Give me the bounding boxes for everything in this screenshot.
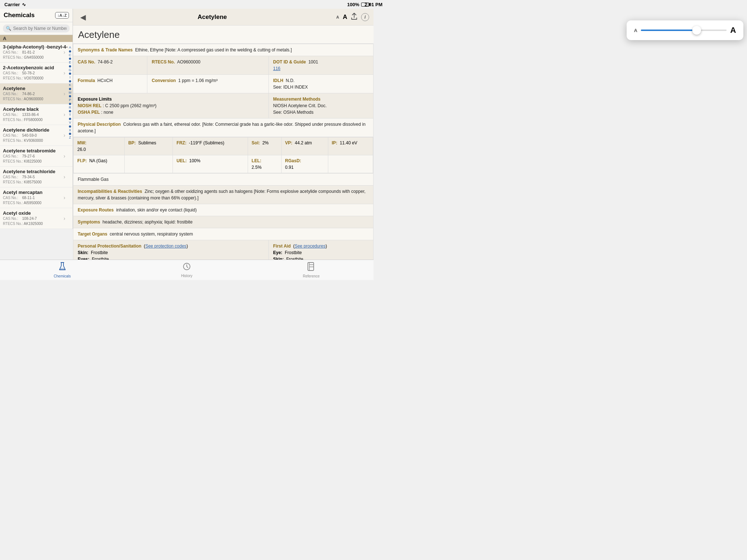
alpha-index-e[interactable]: E — [68, 60, 72, 65]
dot-link[interactable]: 116 — [273, 66, 280, 71]
first-aid-label: First Aid — [273, 244, 291, 249]
detail-title: Acetylene — [88, 13, 336, 21]
alpha-index-z[interactable]: Z — [68, 135, 72, 140]
flask-icon — [58, 262, 66, 273]
flp-label: Fl.P: — [77, 158, 87, 163]
rtecs-label-small: RTECS No.: — [3, 159, 23, 163]
skin-value: Frostbite — [91, 250, 108, 255]
rtecs-label-small: RTECS No.: — [3, 55, 23, 59]
alpha-index-p[interactable]: P — [68, 98, 72, 102]
alpha-index-a[interactable]: A — [68, 45, 72, 50]
cas-row: CAS No. 74-86-2 RTECS No. AO9600000 DOT … — [73, 56, 374, 75]
chem-detail: CAS No.: 540-59-0 RTECS No.: KV9360000 — [3, 133, 70, 143]
niosh-method: NIOSH Acetylene Crit. Doc. — [273, 103, 327, 108]
personal-prot-label: Personal Protection/Sanitation — [78, 244, 142, 249]
see-procedures-link[interactable]: See procedures — [295, 244, 326, 249]
mw-data-cell: MW: 26.0 BP: Sublimes FRZ: -119°F (Subli — [73, 137, 374, 174]
eye-first-aid-label: Eye: — [273, 250, 282, 255]
alphabet-index: ACEGIKMPRTVXZ — [68, 45, 72, 140]
alpha-index-v[interactable]: V — [68, 120, 72, 125]
list-item[interactable]: Acetyl mercaptan CAS No.: 68-11-1 RTECS … — [0, 187, 73, 208]
rtecs-label-small: RTECS No.: — [3, 201, 23, 205]
chem-name: Acetylene black — [3, 106, 70, 112]
rgasd-value: 0.91 — [285, 165, 294, 170]
skin-first-aid-label: Skin: — [273, 257, 284, 260]
dot-cell: DOT ID & Guide 1001 116 — [268, 56, 373, 75]
list-item[interactable]: 2-Acetoxybenzoic acid CAS No.: 50-78-2 R… — [0, 63, 73, 83]
left-panel-wrapper: Chemicals ↕A↓Z 🔍 A 3-(alpha-Acetonyl) -b… — [0, 9, 73, 260]
rgasd-label: RGasD: — [285, 158, 301, 163]
back-button[interactable]: ◀ — [77, 13, 88, 22]
alpha-index-x[interactable]: X — [68, 128, 72, 133]
protection-cell: Personal Protection/Sanitation (See prot… — [73, 240, 269, 260]
incompat-label: Incompatibilities & Reactivities — [78, 189, 142, 194]
exposure-routes-row: Exposure Routes inhalation, skin and/or … — [73, 204, 374, 216]
chem-name: Acetylene tetrachloride — [3, 169, 70, 174]
clock-icon — [182, 262, 191, 273]
alpha-dot — [69, 118, 71, 120]
list-item[interactable]: 3-(alpha-Acetonyl) -benzyl-4- CAS No.: 8… — [0, 42, 73, 63]
alpha-index-m[interactable]: M — [68, 90, 72, 95]
ip-label: IP: — [332, 140, 337, 145]
protection-row: Personal Protection/Sanitation (See prot… — [73, 240, 374, 260]
tab-history[interactable]: History — [124, 261, 249, 279]
search-input[interactable] — [13, 26, 67, 31]
symptoms-value: headache, dizziness; asphyxia; liquid: f… — [102, 219, 193, 225]
uel-label: UEL: — [177, 158, 187, 163]
sol-label: Sol: — [252, 140, 260, 145]
see-protection-link[interactable]: See protection codes — [145, 244, 186, 249]
cas-label-small: CAS No.: — [3, 217, 18, 221]
list-item[interactable]: Acetyl oxide CAS No.: 108-24-7 RTECS No.… — [0, 208, 73, 229]
alpha-index-g[interactable]: G — [68, 68, 72, 73]
cas-label-small: CAS No.: — [3, 50, 18, 54]
alpha-index-c[interactable]: C — [68, 53, 72, 58]
exposure-routes-label: Exposure Routes — [78, 207, 114, 213]
flammability-value: Flammable Gas — [78, 177, 109, 182]
dot-label: DOT ID & Guide — [273, 59, 306, 65]
physical-data-row2: Fl.P: NA (Gas) UEL: 100% LEL: — [74, 155, 373, 173]
chem-name: Acetylene tetrabromide — [3, 148, 70, 153]
info-button[interactable]: i — [361, 13, 369, 21]
chevron-right-icon: › — [63, 70, 65, 76]
synonyms-value: Ethine, Ethyne [Note: A compressed gas u… — [135, 47, 292, 52]
alpha-index-k[interactable]: K — [68, 83, 72, 88]
measurement-cell: Measurement Methods NIOSH Acetylene Crit… — [268, 93, 373, 118]
sort-button[interactable]: ↕A↓Z — [55, 12, 69, 19]
osha-method: See: OSHA Methods — [273, 110, 314, 115]
alpha-index-r[interactable]: R — [68, 105, 72, 110]
search-icon: 🔍 — [6, 26, 11, 31]
battery-percent: 100% — [347, 2, 359, 7]
flammability-row: Flammable Gas — [73, 174, 374, 186]
list-item[interactable]: Acetylene tetrachloride CAS No.: 79-34-5… — [0, 167, 73, 187]
alpha-index-t[interactable]: T — [68, 113, 72, 117]
search-input-wrap: 🔍 — [3, 24, 70, 32]
exposure-routes-value: inhalation, skin and/or eye contact (liq… — [116, 207, 197, 213]
list-item[interactable]: Acetylene black CAS No.: 1333-86-4 RTECS… — [0, 104, 73, 125]
formula-cell: Formula HC≡CH — [73, 75, 147, 93]
font-small-button[interactable]: A — [336, 15, 339, 19]
status-left: Carrier ∿ — [4, 2, 26, 7]
chevron-right-icon: › — [63, 91, 65, 97]
app-container: Chemicals ↕A↓Z 🔍 A 3-(alpha-Acetonyl) -b… — [0, 9, 374, 260]
list-item[interactable]: Acetylene dichloride CAS No.: 540-59-0 R… — [0, 125, 73, 146]
alpha-dot — [69, 95, 71, 97]
chevron-right-icon: › — [63, 49, 65, 55]
conversion-label: Conversion — [152, 78, 176, 83]
rtecs-label: RTECS No. — [152, 59, 175, 65]
status-right: 100% — [347, 2, 369, 7]
tab-chemicals-label: Chemicals — [54, 274, 71, 278]
conversion-cell: Conversion 1 ppm = 1.06 mg/m³ — [147, 75, 269, 93]
cas-label-small: CAS No.: — [3, 175, 18, 179]
frz-value: -119°F (Sublimes) — [189, 140, 224, 145]
eyes-value: Frostbite — [92, 257, 109, 260]
skin-label: Skin: — [78, 250, 88, 255]
list-item[interactable]: Acetylene CAS No.: 74-86-2 RTECS No.: AO… — [0, 83, 73, 104]
physical-desc-row: Physical Description Colorless gas with … — [73, 118, 374, 137]
font-large-button[interactable]: A — [343, 13, 347, 21]
tab-reference[interactable]: Reference — [249, 260, 374, 280]
share-button[interactable] — [351, 13, 357, 22]
tab-chemicals[interactable]: Chemicals — [0, 260, 124, 280]
chem-detail: CAS No.: 50-78-2 RTECS No.: VO0700000 — [3, 71, 70, 81]
alpha-index-i[interactable]: I — [68, 75, 72, 80]
list-item[interactable]: Acetylene tetrabromide CAS No.: 79-27-6 … — [0, 146, 73, 167]
